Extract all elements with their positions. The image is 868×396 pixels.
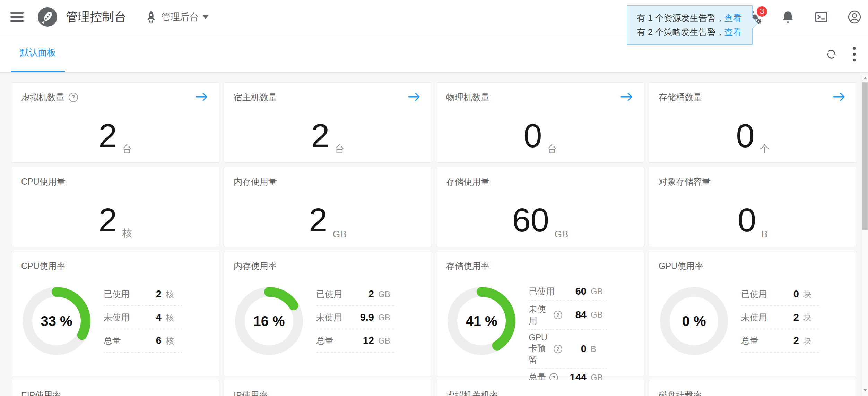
- gauge-row: 已使用 0 块: [741, 283, 819, 306]
- card-title-text: 物理机数量: [446, 92, 489, 103]
- stat-card: 对象存储容量 0 B: [649, 167, 857, 247]
- card-title-text: CPU使用量: [21, 176, 66, 187]
- card-title-text: IP使用率: [234, 389, 268, 396]
- stat-value: 2 台: [11, 112, 219, 159]
- card-title-text: 虚拟机数量: [21, 92, 64, 103]
- scrollbar-down-arrow[interactable]: [863, 389, 867, 394]
- gauge-card: 存储使用率 41 % 已使用 60 GB 未使用 ? 84 GB: [436, 251, 644, 376]
- more-options-kebab-button[interactable]: [852, 46, 856, 62]
- stat-value-unit: 台: [335, 142, 345, 155]
- app-logo: [37, 7, 58, 27]
- gauge-body: 33 % 已使用 2 核 未使用 4 核 总量 6 核: [21, 286, 209, 356]
- card-link-arrow[interactable]: [195, 92, 209, 102]
- gauge-row-label: 已使用: [741, 288, 767, 300]
- gauge-row-value: 60: [562, 286, 587, 297]
- card-title: 磁盘挂载率: [659, 389, 847, 396]
- alarm-count-badge: 3: [756, 5, 768, 18]
- gauge-row-label: 总量: [316, 335, 333, 346]
- stat-card: 内存使用量 2 GB: [224, 167, 432, 247]
- gauge-row-label-text: 未使用: [316, 312, 342, 323]
- gauge-row-unit: GB: [591, 310, 607, 320]
- card-title-text: 存储使用量: [446, 176, 489, 187]
- card-title: 存储使用率: [446, 260, 634, 272]
- donut-percent-label: 16 %: [234, 286, 304, 356]
- gauge-row: 已使用 60 GB: [529, 283, 607, 301]
- help-icon[interactable]: ?: [554, 311, 562, 319]
- gauge-row: 总量 2 块: [741, 329, 819, 353]
- vertical-scrollbar[interactable]: [862, 73, 868, 396]
- gauge-row-unit: GB: [378, 336, 394, 346]
- gauge-row: GPU卡预留 ? 0 B: [529, 330, 607, 369]
- hamburger-menu-icon[interactable]: [10, 12, 24, 22]
- tabbar-actions: [825, 37, 856, 71]
- user-avatar-button[interactable]: [847, 9, 862, 25]
- gauge-row-label-text: 总量: [316, 335, 333, 346]
- stat-value-number: 60: [512, 203, 549, 237]
- partial-card: IP使用率: [224, 380, 432, 396]
- gauge-row-label-text: 已使用: [529, 286, 555, 297]
- gauge-row: 总量 6 核: [104, 329, 182, 353]
- gauge-row: 未使用 2 块: [741, 306, 819, 329]
- card-title: EIP使用率: [21, 389, 209, 396]
- gauge-detail-rows: 已使用 60 GB 未使用 ? 84 GB GPU卡预留 ? 0 B 总量 ? …: [529, 283, 607, 387]
- gauge-row-label-text: 未使用: [741, 312, 767, 323]
- donut-chart: 0 %: [659, 286, 729, 356]
- gauge-detail-rows: 已使用 0 块 未使用 2 块 总量 2 块: [741, 283, 819, 356]
- card-link-arrow[interactable]: [620, 92, 634, 102]
- stat-value: 0 B: [649, 197, 857, 243]
- page-title: 管理控制台: [66, 9, 127, 25]
- card-title-text: CPU使用率: [21, 260, 66, 272]
- gauge-row-label: 已使用: [529, 286, 555, 297]
- scrollbar-up-arrow[interactable]: [863, 75, 867, 79]
- scrollbar-thumb[interactable]: [862, 82, 868, 230]
- stat-card: 物理机数量 0 台: [436, 82, 644, 163]
- donut-chart: 16 %: [234, 286, 304, 356]
- notifications-bell-button[interactable]: [780, 9, 796, 25]
- gauge-row-label-text: 已使用: [741, 288, 767, 300]
- terminal-button[interactable]: [813, 9, 829, 25]
- gauge-row-label: 已使用: [104, 288, 130, 300]
- card-title: 物理机数量: [446, 92, 634, 103]
- card-title: 内存使用量: [234, 176, 422, 187]
- partial-card: 虚拟机关机率: [436, 380, 644, 396]
- gauge-row-value: 84: [562, 309, 587, 321]
- gauge-row-unit: GB: [378, 313, 394, 322]
- workspace-switcher[interactable]: 管理后台: [145, 10, 208, 24]
- alert-view-link[interactable]: 查看: [724, 13, 742, 23]
- alert-text: 有 2 个策略发生告警，: [637, 27, 724, 37]
- gauge-row: 已使用 2 核: [104, 283, 182, 306]
- refresh-button[interactable]: [825, 48, 837, 60]
- gauge-body: 16 % 已使用 2 GB 未使用 9.9 GB 总量 12 GB: [234, 286, 422, 356]
- card-title: CPU使用率: [21, 260, 209, 272]
- gauge-row-value: 2: [350, 288, 374, 300]
- gauge-row: 总量 12 GB: [316, 329, 394, 353]
- gauge-detail-rows: 已使用 2 GB 未使用 9.9 GB 总量 12 GB: [316, 283, 394, 356]
- rocket-icon: [145, 10, 157, 24]
- stat-value: 2 GB: [224, 197, 432, 243]
- topbar-icons: 3: [747, 0, 862, 34]
- gauge-row-unit: B: [591, 344, 607, 354]
- dashboard-content: 虚拟机数量 ? 2 台 宿主机数量 2 台 物理机数量: [0, 73, 868, 396]
- card-title: 虚拟机关机率: [446, 389, 634, 396]
- card-title-text: 宿主机数量: [234, 92, 277, 103]
- card-link-arrow[interactable]: [407, 92, 421, 102]
- donut-percent-label: 33 %: [22, 286, 91, 356]
- gauge-row-label: 未使用: [741, 312, 767, 323]
- gauge-row-label: 总量: [741, 335, 758, 346]
- stat-value-number: 0: [523, 119, 542, 152]
- tab-default-panel[interactable]: 默认面板: [11, 34, 65, 72]
- help-icon[interactable]: ?: [554, 345, 562, 353]
- partial-card: 磁盘挂载率: [649, 380, 857, 396]
- card-title: 宿主机数量: [234, 92, 422, 103]
- gauge-row-label: 总量: [104, 335, 121, 346]
- card-link-arrow[interactable]: [832, 92, 846, 102]
- donut-percent-label: 41 %: [447, 286, 516, 356]
- help-icon[interactable]: ?: [69, 93, 78, 102]
- gauge-row-value: 4: [137, 312, 162, 323]
- gauge-row-label: 未使用 ?: [529, 303, 562, 326]
- alert-view-link[interactable]: 查看: [724, 27, 742, 37]
- stat-value: 2 核: [11, 197, 219, 243]
- card-title: 存储桶数量: [659, 92, 847, 103]
- donut-chart: 41 %: [447, 286, 516, 356]
- gauge-row-unit: GB: [591, 287, 607, 296]
